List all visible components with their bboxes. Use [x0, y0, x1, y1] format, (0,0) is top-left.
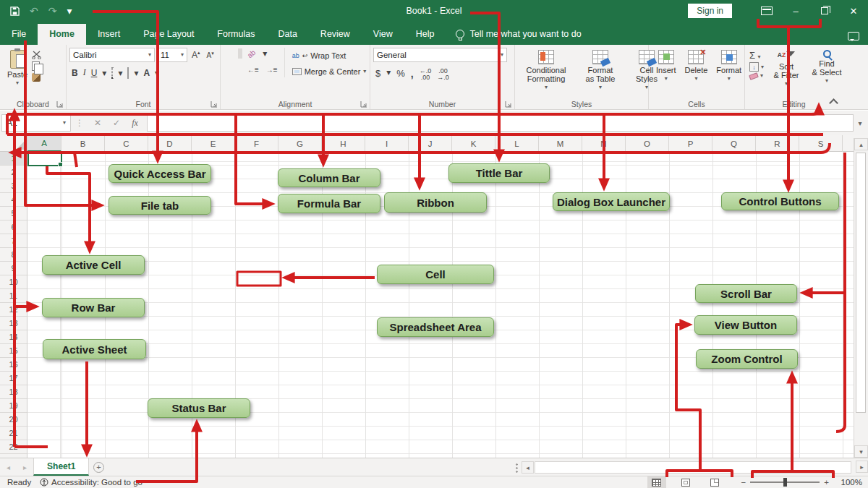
clear-icon[interactable]: ▾ — [749, 73, 764, 79]
tell-me-box[interactable]: Tell me what you want to do — [446, 24, 591, 45]
decrease-font-icon[interactable]: A▾ — [205, 49, 216, 61]
vertical-scroll-thumb[interactable] — [856, 153, 866, 413]
decrease-indent-icon[interactable]: ←≡ — [245, 64, 261, 75]
tab-splitter-handle[interactable] — [515, 463, 519, 473]
accessibility-status[interactable]: Accessibility: Good to go — [40, 478, 142, 487]
restore-button[interactable] — [810, 0, 839, 22]
row-header-7[interactable]: 7 — [0, 234, 27, 248]
align-left-icon[interactable] — [224, 65, 228, 75]
new-sheet-button[interactable]: + — [89, 458, 108, 476]
column-header-O[interactable]: O — [626, 135, 669, 152]
align-right-icon[interactable] — [238, 65, 242, 75]
column-header-L[interactable]: L — [495, 135, 539, 152]
row-header-2[interactable]: 2 — [0, 166, 27, 179]
column-header-G[interactable]: G — [278, 135, 322, 152]
name-box[interactable]: A1▾ — [1, 114, 71, 132]
column-header-E[interactable]: E — [192, 135, 235, 152]
merge-center-button[interactable]: Merge & Center ▾ — [289, 66, 370, 77]
row-header-21[interactable]: 21 — [0, 427, 27, 440]
wrap-text-button[interactable]: ab↩ Wrap Text — [289, 50, 370, 61]
horizontal-scrollbar[interactable] — [535, 461, 851, 474]
sheet-tab-sheet1[interactable]: Sheet1 — [33, 458, 89, 476]
row-header-11[interactable]: 11 — [0, 289, 27, 303]
zoom-out-icon[interactable]: − — [741, 478, 746, 487]
increase-font-icon[interactable]: A▴ — [190, 48, 203, 61]
italic-button[interactable]: I — [81, 66, 88, 80]
underline-button[interactable]: U — [89, 67, 100, 80]
next-sheet-icon[interactable]: ▸ — [17, 458, 33, 476]
row-header-13[interactable]: 13 — [0, 317, 27, 330]
number-dialog-launcher-icon[interactable] — [505, 100, 512, 108]
save-icon[interactable] — [10, 7, 20, 16]
select-all-corner[interactable] — [0, 135, 27, 152]
ribbon-tab-review[interactable]: Review — [309, 24, 362, 45]
qat-customize-icon[interactable]: ▾ — [67, 6, 72, 16]
ribbon-tab-insert[interactable]: Insert — [86, 24, 132, 45]
number-format-select[interactable]: General▾ — [373, 48, 507, 62]
column-header-R[interactable]: R — [756, 135, 799, 152]
format-as-table-button[interactable]: Format as Table ▾ — [574, 48, 626, 98]
font-dialog-launcher-icon[interactable] — [210, 100, 218, 108]
column-header-K[interactable]: K — [452, 135, 495, 152]
find-select-button[interactable]: Find & Select ▾ — [806, 48, 848, 98]
ribbon-tab-help[interactable]: Help — [404, 24, 446, 45]
row-header-17[interactable]: 17 — [0, 372, 27, 385]
row-header-18[interactable]: 18 — [0, 385, 27, 399]
fill-icon[interactable]: ↓▾ — [749, 62, 764, 72]
sort-filter-button[interactable]: AZ Sort & Filter ▾ — [767, 48, 806, 98]
ribbon-tab-view[interactable]: View — [362, 24, 404, 45]
alignment-dialog-launcher-icon[interactable] — [360, 100, 367, 108]
paste-button[interactable]: Paste ▾ — [3, 48, 32, 98]
column-header-Q[interactable]: Q — [712, 135, 756, 152]
increase-decimal-icon[interactable]: ←.0.00 — [417, 67, 434, 82]
minimize-button[interactable]: – — [781, 0, 810, 22]
comma-style-icon[interactable]: , — [409, 67, 416, 81]
column-header-A[interactable]: A — [27, 135, 61, 152]
font-color-icon[interactable]: A — [141, 67, 152, 80]
column-header-B[interactable]: B — [61, 135, 105, 152]
decrease-decimal-icon[interactable]: .00→.0 — [435, 67, 451, 82]
row-header-5[interactable]: 5 — [0, 207, 27, 221]
scroll-left-icon[interactable]: ◂ — [522, 461, 534, 474]
zoom-in-icon[interactable]: + — [824, 478, 829, 487]
format-cells-button[interactable]: Format ▾ — [712, 48, 746, 98]
bold-button[interactable]: B — [69, 67, 80, 80]
row-header-20[interactable]: 20 — [0, 413, 27, 427]
previous-sheet-icon[interactable]: ◂ — [0, 458, 17, 476]
cut-icon[interactable] — [32, 51, 42, 59]
row-header-9[interactable]: 9 — [0, 262, 27, 275]
conditional-formatting-button[interactable]: Conditional Formatting ▾ — [518, 48, 574, 98]
increase-indent-icon[interactable]: →≡ — [264, 64, 280, 75]
comment-icon[interactable] — [848, 32, 859, 40]
row-header-14[interactable]: 14 — [0, 330, 27, 344]
zoom-slider-thumb[interactable] — [783, 478, 787, 487]
insert-cells-button[interactable]: Insert ▾ — [652, 48, 681, 98]
copy-icon[interactable] — [32, 61, 40, 71]
row-header-19[interactable]: 19 — [0, 399, 27, 413]
page-break-view-button[interactable] — [705, 476, 724, 488]
clipboard-dialog-launcher-icon[interactable] — [56, 100, 64, 108]
align-top-icon[interactable] — [224, 48, 228, 59]
column-header-C[interactable]: C — [105, 135, 148, 152]
column-header-I[interactable]: I — [365, 135, 409, 152]
insert-function-icon[interactable]: fx — [126, 118, 144, 129]
orientation-icon[interactable]: ab — [243, 46, 260, 61]
sign-in-button[interactable]: Sign in — [688, 4, 732, 18]
undo-icon[interactable]: ↶ — [30, 6, 38, 16]
ribbon-display-options-icon[interactable] — [752, 0, 781, 22]
zoom-slider[interactable] — [750, 481, 820, 483]
ribbon-tab-file[interactable]: File — [0, 24, 38, 45]
row-header-3[interactable]: 3 — [0, 179, 27, 193]
align-middle-icon[interactable] — [231, 48, 235, 59]
ribbon-tab-home[interactable]: Home — [38, 24, 86, 45]
autosum-icon[interactable]: Σ ▾ — [749, 50, 764, 61]
ribbon-tab-formulas[interactable]: Formulas — [205, 24, 266, 45]
column-header-D[interactable]: D — [148, 135, 192, 152]
cancel-icon[interactable]: ✕ — [88, 118, 107, 128]
scroll-right-icon[interactable]: ▸ — [856, 461, 868, 473]
normal-view-button[interactable] — [647, 476, 666, 488]
delete-cells-button[interactable]: Delete ▾ — [681, 48, 712, 98]
accounting-format-icon[interactable]: $ — [373, 67, 383, 80]
scroll-up-icon[interactable]: ▴ — [854, 138, 868, 150]
ribbon-tab-data[interactable]: Data — [266, 24, 308, 45]
